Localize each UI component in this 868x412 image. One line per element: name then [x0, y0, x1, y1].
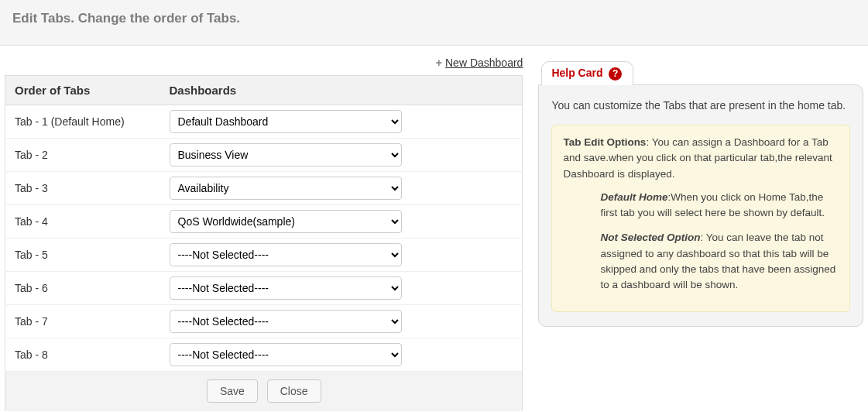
dashboard-select-1[interactable]: Default Dashboard — [170, 110, 402, 133]
tab-label: Tab - 6 — [5, 272, 160, 305]
table-row: Tab - 5 ----Not Selected---- — [5, 239, 523, 272]
table-row: Tab - 3 Availability — [5, 172, 523, 205]
close-button[interactable]: Close — [267, 379, 321, 403]
help-card-tab: Help Card ? — [541, 61, 633, 85]
plus-icon: + — [436, 57, 442, 69]
tab-label: Tab - 1 (Default Home) — [5, 105, 160, 139]
col-dashboards-header: Dashboards — [160, 76, 411, 105]
tab-label: Tab - 7 — [5, 305, 160, 338]
tab-label: Tab - 3 — [5, 172, 160, 205]
help-note-box: Tab Edit Options: You can assign a Dashb… — [551, 125, 850, 312]
tabs-table: Order of Tabs Dashboards Tab - 1 (Defaul… — [5, 75, 523, 411]
dashboard-select-5[interactable]: ----Not Selected---- — [170, 243, 402, 266]
table-footer: Save Close — [5, 372, 523, 411]
help-card-body: You can customize the Tabs that are pres… — [538, 84, 863, 327]
help-not-selected: Not Selected Option: You can leave the t… — [600, 230, 839, 293]
table-row: Tab - 1 (Default Home) Default Dashboard — [5, 105, 523, 139]
table-row: Tab - 2 Business View — [5, 139, 523, 172]
dashboard-select-7[interactable]: ----Not Selected---- — [170, 310, 402, 333]
page-title: Edit Tabs. Change the order of Tabs. — [12, 11, 856, 26]
help-card-title: Help Card — [551, 67, 602, 79]
dashboard-select-6[interactable]: ----Not Selected---- — [170, 276, 402, 300]
dashboard-select-4[interactable]: QoS Worldwide(sample) — [170, 210, 402, 233]
table-row: Tab - 7 ----Not Selected---- — [5, 305, 523, 338]
page-header: Edit Tabs. Change the order of Tabs. — [0, 0, 868, 46]
table-row: Tab - 8 ----Not Selected---- — [5, 338, 523, 372]
table-row: Tab - 6 ----Not Selected---- — [5, 272, 523, 305]
new-dashboard-link[interactable]: New Dashboard — [445, 57, 523, 69]
tab-label: Tab - 2 — [5, 139, 160, 172]
dashboard-select-2[interactable]: Business View — [170, 143, 402, 167]
help-default-home: Default Home:When you click on Home Tab,… — [600, 190, 839, 221]
help-icon: ? — [609, 67, 622, 81]
save-button[interactable]: Save — [207, 379, 258, 403]
dashboard-select-8[interactable]: ----Not Selected---- — [170, 343, 402, 366]
tab-label: Tab - 4 — [5, 205, 160, 239]
tabs-editor-panel: +New Dashboard Order of Tabs Dashboards … — [5, 46, 523, 411]
help-card: Help Card ? You can customize the Tabs t… — [538, 46, 863, 411]
tab-label: Tab - 8 — [5, 338, 160, 372]
help-tab-edit-options: Tab Edit Options: You can assign a Dashb… — [563, 135, 839, 182]
dashboard-select-3[interactable]: Availability — [170, 177, 402, 200]
col-order-header: Order of Tabs — [5, 76, 160, 105]
help-intro-text: You can customize the Tabs that are pres… — [551, 98, 850, 114]
table-row: Tab - 4 QoS Worldwide(sample) — [5, 205, 523, 239]
tab-label: Tab - 5 — [5, 239, 160, 272]
